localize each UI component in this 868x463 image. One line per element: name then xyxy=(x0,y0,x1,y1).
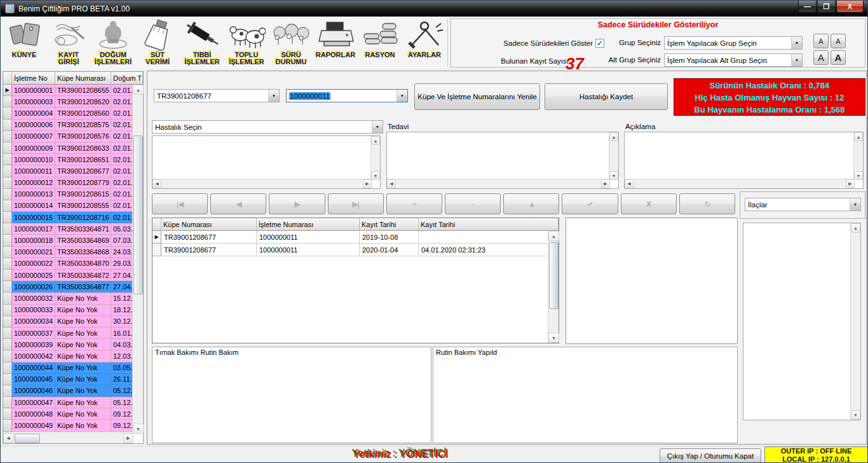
cell-no[interactable]: 1000000046 xyxy=(12,385,55,397)
cell-tag[interactable]: TR35003364872 xyxy=(55,270,111,281)
memo-hscrollbar[interactable]: ◀ ▶ xyxy=(625,179,855,188)
cell-no[interactable]: 1000000011 xyxy=(12,165,55,177)
cell-no[interactable]: 1000000017 xyxy=(12,223,55,235)
scroll-right-icon[interactable]: ▶ xyxy=(123,433,133,443)
scroll-right-icon[interactable]: ▶ xyxy=(846,179,855,188)
chevron-down-icon[interactable]: ▼ xyxy=(791,37,802,49)
animal-row[interactable]: 1000000009TR3900120863302.01.20 xyxy=(3,142,143,154)
font-size-button-2[interactable]: A xyxy=(831,34,846,48)
row-selector[interactable] xyxy=(3,328,12,339)
nav-refresh-button[interactable]: ↻ xyxy=(679,193,735,214)
treatment-memo[interactable]: ▲ ▼ ◀ ▶ xyxy=(386,132,619,189)
scroll-left-icon[interactable]: ◀ xyxy=(625,179,634,188)
scroll-down-icon[interactable]: ▼ xyxy=(854,171,863,180)
cell-tag[interactable]: TR39001208651 xyxy=(55,154,111,165)
row-selector[interactable] xyxy=(3,177,12,189)
cell-tag[interactable]: TR35003364870 xyxy=(55,258,111,270)
animal-row[interactable]: 1000000046Küpe No Yok05.12.20 xyxy=(3,385,143,397)
animal-row[interactable]: 1000000014TR3900120855502.01.20 xyxy=(3,200,143,212)
nav-first-button[interactable]: |◀ xyxy=(152,193,208,214)
scroll-up-icon[interactable]: ▲ xyxy=(609,132,618,141)
animal-row[interactable]: 1000000037Küpe No Yok16.01.20 xyxy=(3,328,143,339)
record-row[interactable]: ▶TR3900120867710000000112019-10-08 xyxy=(153,231,559,244)
row-selector[interactable] xyxy=(3,420,12,431)
animal-row[interactable]: 1000000034Küpe No Yok30.12.20 xyxy=(3,316,143,328)
memo-vscrollbar[interactable]: ▲ ▼ xyxy=(370,136,380,180)
font-size-button-1[interactable]: A xyxy=(813,34,829,48)
scroll-down-icon[interactable]: ▼ xyxy=(851,410,860,420)
scroll-up-icon[interactable]: ▲ xyxy=(371,136,380,145)
chevron-down-icon[interactable]: ▼ xyxy=(850,198,860,211)
cell-no[interactable]: 1000000032 xyxy=(12,293,55,304)
cell-tag[interactable]: Küpe No Yok xyxy=(55,350,111,362)
row-selector[interactable] xyxy=(3,281,12,293)
chevron-down-icon[interactable]: ▼ xyxy=(268,90,279,102)
toolbar-button-kayit[interactable]: KAYIT GİRİŞİ xyxy=(46,18,91,67)
animal-row[interactable]: 1000000011TR3900120867702.01.20 xyxy=(3,165,143,177)
animal-row[interactable]: 1000000018TR3500336486907.03.20 xyxy=(3,235,143,246)
cell-no[interactable]: 1000000004 xyxy=(12,107,55,119)
row-selector[interactable] xyxy=(3,270,12,281)
scroll-up-icon[interactable]: ▲ xyxy=(548,231,559,241)
row-selector[interactable] xyxy=(3,258,12,270)
minimize-button[interactable]: — xyxy=(798,1,817,13)
animal-row[interactable]: 1000000044Küpe No Yok03.05.20 xyxy=(3,363,143,374)
scroll-left-icon[interactable]: ◀ xyxy=(153,179,161,188)
animal-row[interactable]: 1000000006TR3900120857502.01.20 xyxy=(3,120,143,131)
memo-hscrollbar[interactable]: ◀ ▶ xyxy=(387,179,610,188)
chevron-down-icon[interactable]: ▼ xyxy=(372,121,383,133)
animal-row[interactable]: 1000000015TR3900120871602.01.20 xyxy=(3,212,143,223)
animals-grid-hscrollbar[interactable]: ◀ ▶ xyxy=(3,432,133,443)
cell-no[interactable]: 1000000025 xyxy=(12,270,55,281)
cell-tag[interactable]: TR35003364868 xyxy=(55,247,111,258)
record-cell[interactable]: 04.01.2020 02:31:23 xyxy=(419,244,559,256)
cell-tag[interactable]: Küpe No Yok xyxy=(55,339,111,350)
animal-row[interactable]: 1000000004TR3900120856002.01.20 xyxy=(3,107,143,119)
row-selector[interactable] xyxy=(3,165,12,177)
toolbar-button-toplu[interactable]: TOPLU İŞLEMLER xyxy=(224,18,269,67)
cell-no[interactable]: 1000000047 xyxy=(12,397,55,408)
font-size-button-3[interactable]: A xyxy=(813,50,829,65)
cell-no[interactable]: 1000000001 xyxy=(12,85,55,96)
scrollbar-thumb[interactable] xyxy=(15,434,40,443)
current-row-arrow-icon[interactable]: ▶ xyxy=(3,85,12,96)
nav-prior-button[interactable]: ◀ xyxy=(210,193,266,214)
row-selector[interactable] xyxy=(3,408,12,420)
records-col-4[interactable]: Kayıt Tarihi xyxy=(419,218,559,231)
records-col-3[interactable]: Kayıt Tarihi xyxy=(360,218,419,231)
row-selector[interactable] xyxy=(3,131,12,142)
scrollbar-thumb[interactable] xyxy=(549,242,559,309)
toolbar-button-raporlar[interactable]: RAPORLAR xyxy=(313,18,358,67)
cell-no[interactable]: 1000000014 xyxy=(12,200,55,212)
row-selector[interactable] xyxy=(3,397,12,408)
record-cell[interactable]: TR39001208677 xyxy=(161,231,257,244)
cell-tag[interactable]: Küpe No Yok xyxy=(55,385,111,397)
cell-tag[interactable]: Küpe No Yok xyxy=(55,374,111,385)
animal-row[interactable]: 1000000045Küpe No Yok26.11.20 xyxy=(3,374,143,385)
save-disease-button[interactable]: Hastalığı Kaydet xyxy=(545,83,668,110)
toolbar-button-ayarlar[interactable]: AYARLAR xyxy=(402,18,447,67)
medicines-list[interactable]: ▲ ▼ xyxy=(743,223,861,420)
care-note-right-memo[interactable]: Rutin Bakımı Yapıld xyxy=(433,347,738,443)
cell-tag[interactable]: Küpe No Yok xyxy=(55,397,111,408)
medicines-list-vscrollbar[interactable]: ▲ ▼ xyxy=(850,223,860,420)
animal-row[interactable]: 1000000007TR3900120857602.01.20 xyxy=(3,131,143,142)
description-memo[interactable]: ▲ ▼ ◀ ▶ xyxy=(624,132,864,189)
toolbar-button-k-nye[interactable]: KÜNYE xyxy=(2,18,46,67)
animal-row[interactable]: 1000000022TR3500336487029.03.20 xyxy=(3,258,143,270)
cell-tag[interactable]: TR35003364877 xyxy=(55,281,111,293)
animal-row[interactable]: 1000000010TR3900120865102.01.20 xyxy=(3,154,143,165)
record-row[interactable]: TR3900120867710000000112020-01-0404.01.2… xyxy=(153,244,559,256)
cell-tag[interactable]: TR39001208560 xyxy=(55,107,111,119)
memo-vscrollbar[interactable]: ▲ ▼ xyxy=(609,132,618,180)
toolbar-button-s-t[interactable]: SÜT VERİMİ xyxy=(135,18,180,67)
cell-no[interactable]: 1000000044 xyxy=(12,363,55,374)
animal-row[interactable]: 1000000017TR3500336487105.03.20 xyxy=(3,223,143,235)
chevron-down-icon[interactable]: ▼ xyxy=(791,54,802,66)
nav-cancel-button[interactable]: ✘ xyxy=(621,193,677,214)
records-col-1[interactable]: Küpe Numarası xyxy=(161,218,257,231)
animal-row[interactable]: 1000000049Küpe No Yok09.12.20 xyxy=(3,420,143,431)
nav-delete-button[interactable]: - xyxy=(445,193,501,214)
scroll-down-icon[interactable]: ▼ xyxy=(609,171,618,180)
row-selector[interactable] xyxy=(3,200,12,212)
